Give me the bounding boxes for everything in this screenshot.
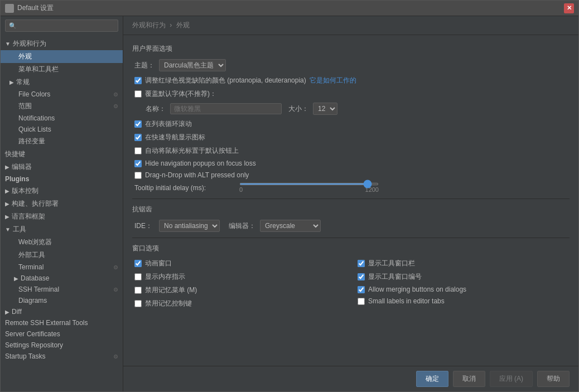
animate-row: 动画窗口 bbox=[132, 259, 346, 268]
ide-antialiasing-select[interactable]: No antialiasing Greyscale LCD Hinting Su… bbox=[159, 220, 220, 232]
animate-label: 动画窗口 bbox=[145, 259, 172, 268]
disable-menu-checkbox[interactable] bbox=[134, 287, 142, 294]
hide-nav-row: Hide navigation popups on focus loss bbox=[132, 159, 570, 167]
window-section-title: 窗口选项 bbox=[132, 244, 570, 253]
sidebar-item-diff[interactable]: ▶ Diff bbox=[1, 306, 123, 317]
divider2 bbox=[132, 238, 570, 238]
sidebar-item-ssh-terminal[interactable]: SSH Terminal ⚙ bbox=[1, 284, 123, 295]
sidebar-item-label: 快捷键 bbox=[5, 149, 25, 159]
disable-menu-row: 禁用记忆菜单 (M) bbox=[132, 285, 346, 295]
sidebar-item-appearance-behavior[interactable]: ▼ 外观和行为 bbox=[1, 37, 123, 50]
antialiasing-title: 抗锯齿 bbox=[132, 205, 570, 214]
sidebar-item-database[interactable]: ▶ Database bbox=[1, 273, 123, 284]
sidebar-item-settings-repo[interactable]: Settings Repository bbox=[1, 340, 123, 351]
hide-nav-label: Hide navigation popups on focus loss bbox=[145, 159, 256, 167]
sidebar-item-path-vars[interactable]: 路径变量 bbox=[1, 135, 123, 148]
editor-antialiasing-select[interactable]: No antialiasing Greyscale LCD Hinting Su… bbox=[260, 220, 321, 232]
sidebar-item-label: 外观 bbox=[18, 52, 32, 61]
settings-icon: ⚙ bbox=[113, 91, 118, 98]
sidebar-item-label: 编辑器 bbox=[12, 162, 32, 172]
override-font-checkbox[interactable] bbox=[134, 90, 142, 98]
show-tool-numbers-row: 显示工具窗口编号 bbox=[355, 272, 570, 282]
cyclic-scroll-checkbox[interactable] bbox=[134, 120, 142, 128]
sidebar-item-plugins[interactable]: Plugins bbox=[1, 173, 123, 185]
expand-icon: ▶ bbox=[5, 201, 9, 207]
expand-icon: ▶ bbox=[5, 164, 9, 170]
sidebar-item-menu-toolbar[interactable]: 菜单和工具栏 bbox=[1, 63, 123, 76]
sidebar-item-startup-tasks[interactable]: Startup Tasks ⚙ bbox=[1, 351, 123, 362]
sidebar-item-quick-lists[interactable]: Quick Lists bbox=[1, 124, 123, 135]
sidebar-item-file-colors[interactable]: File Colors ⚙ bbox=[1, 89, 123, 100]
expand-icon: ▶ bbox=[9, 79, 14, 85]
show-toolbar-checkbox[interactable] bbox=[358, 260, 365, 267]
sidebar-item-label: Database bbox=[21, 274, 49, 282]
ok-button[interactable]: 确定 bbox=[416, 371, 448, 387]
disable-mnemo-checkbox[interactable] bbox=[134, 300, 142, 307]
disable-menu-label: 禁用记忆菜单 (M) bbox=[145, 285, 197, 295]
close-button[interactable]: ✕ bbox=[564, 3, 574, 13]
show-toolbar-label: 显示工具窗口栏 bbox=[368, 259, 415, 268]
sidebar-item-diagrams[interactable]: Diagrams bbox=[1, 295, 123, 306]
drag-drop-label: Drag-n-Drop with ALT pressed only bbox=[145, 171, 249, 179]
tooltip-slider[interactable] bbox=[239, 183, 379, 185]
theme-select[interactable]: Darcula黑色主题 IntelliJ High Contrast bbox=[159, 59, 226, 71]
small-labels-checkbox[interactable] bbox=[358, 298, 365, 305]
ide-label: IDE： bbox=[134, 221, 155, 231]
sidebar-item-notifications[interactable]: Notifications bbox=[1, 113, 123, 124]
sidebar-item-server-certs[interactable]: Server Certificates bbox=[1, 328, 123, 340]
sidebar-item-vcs[interactable]: ▶ 版本控制 bbox=[1, 185, 123, 197]
search-box[interactable]: 🔍 bbox=[5, 20, 118, 32]
sidebar-item-scope[interactable]: 范围 ⚙ bbox=[1, 100, 123, 113]
font-size-label: 大小： bbox=[288, 104, 308, 114]
sidebar-item-keymap[interactable]: 快捷键 bbox=[1, 148, 123, 161]
auto-mouse-checkbox[interactable] bbox=[134, 147, 142, 154]
window-col-left: 动画窗口 显示内存指示 禁用记忆菜单 (M) 禁用记忆控制键 bbox=[132, 259, 346, 312]
font-size-select[interactable]: 12 10 11 13 14 bbox=[313, 103, 337, 115]
sidebar-item-label: Quick Lists bbox=[18, 125, 51, 133]
expand-icon: ▼ bbox=[5, 226, 11, 233]
help-button[interactable]: 帮助 bbox=[537, 371, 570, 387]
tooltip-row: Tooltip initial delay (ms): 0 1200 bbox=[132, 183, 570, 193]
editor-label: 编辑器： bbox=[229, 221, 255, 231]
color-blind-label: 调整红绿色视觉缺陷的颜色 (protanopia, deuteranopia) bbox=[145, 76, 306, 85]
sidebar-item-tools[interactable]: ▼ 工具 bbox=[1, 223, 123, 236]
drag-drop-checkbox[interactable] bbox=[134, 172, 142, 179]
breadcrumb-part1: 外观和行为 bbox=[132, 21, 166, 29]
sidebar-item-lang[interactable]: ▶ 语言和框架 bbox=[1, 210, 123, 223]
hide-nav-checkbox[interactable] bbox=[134, 160, 142, 167]
sidebar-item-build[interactable]: ▶ 构建、执行部署 bbox=[1, 197, 123, 210]
sidebar-item-appearance[interactable]: 外观 bbox=[1, 50, 123, 63]
sidebar-item-label: 语言和框架 bbox=[12, 212, 45, 221]
nav-tree: ▼ 外观和行为 外观 菜单和工具栏 ▶ 常规 File Colors ⚙ bbox=[1, 35, 123, 391]
search-icon: 🔍 bbox=[9, 22, 17, 30]
cancel-button[interactable]: 取消 bbox=[453, 371, 485, 387]
sidebar-item-web-browser[interactable]: Web浏览器 bbox=[1, 236, 123, 249]
show-tool-numbers-checkbox[interactable] bbox=[358, 273, 365, 280]
color-blind-link[interactable]: 它是如何工作的 bbox=[310, 76, 356, 85]
sidebar-item-label: Server Certificates bbox=[5, 330, 60, 338]
merge-buttons-checkbox[interactable] bbox=[358, 286, 365, 293]
apply-button[interactable]: 应用 (A) bbox=[490, 371, 533, 387]
settings-icon: ⚙ bbox=[113, 354, 118, 360]
antialiasing-row: IDE： No antialiasing Greyscale LCD Hinti… bbox=[132, 220, 570, 232]
sidebar-item-general[interactable]: ▶ 常规 bbox=[1, 76, 123, 89]
show-memory-checkbox[interactable] bbox=[134, 273, 142, 280]
sidebar-item-label: Terminal bbox=[18, 263, 44, 271]
sidebar-item-remote-ssh[interactable]: Remote SSH External Tools bbox=[1, 317, 123, 328]
search-input[interactable] bbox=[19, 22, 114, 30]
font-name-input[interactable] bbox=[170, 103, 282, 114]
sidebar-item-terminal[interactable]: Terminal ⚙ bbox=[1, 262, 123, 273]
animate-checkbox[interactable] bbox=[134, 260, 142, 267]
quick-nav-checkbox[interactable] bbox=[134, 134, 142, 141]
sidebar-item-external-tools[interactable]: 外部工具 bbox=[1, 249, 123, 262]
settings-icon: ⚙ bbox=[113, 264, 118, 270]
font-row: 名称： 大小： 12 10 11 13 14 bbox=[132, 103, 570, 115]
color-blind-checkbox[interactable] bbox=[134, 77, 142, 84]
small-labels-label: Small labels in editor tabs bbox=[368, 297, 445, 305]
auto-mouse-row: 自动将鼠标光标置于默认按钮上 bbox=[132, 146, 570, 156]
window-options-grid: 动画窗口 显示内存指示 禁用记忆菜单 (M) 禁用记忆控制键 bbox=[132, 259, 570, 312]
drag-drop-row: Drag-n-Drop with ALT pressed only bbox=[132, 171, 570, 179]
sidebar-item-editor[interactable]: ▶ 编辑器 bbox=[1, 161, 123, 173]
settings-icon: ⚙ bbox=[113, 287, 118, 293]
titlebar: Default 设置 ✕ bbox=[1, 1, 578, 16]
